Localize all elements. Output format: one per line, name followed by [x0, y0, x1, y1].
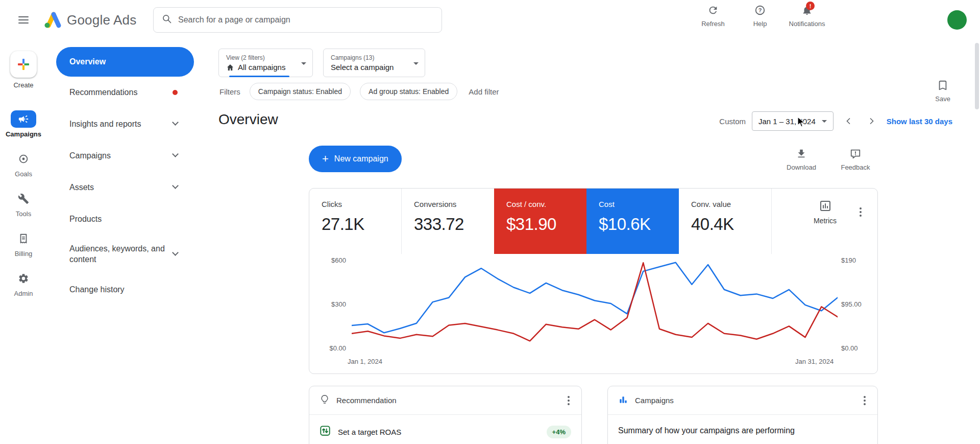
sidebar-item-label: Products [69, 214, 102, 225]
chevron-down-icon [172, 249, 179, 256]
add-filter-button[interactable]: Add filter [469, 87, 499, 96]
sidebar-item-products[interactable]: Products [56, 203, 194, 235]
left-axis-tick: $600 [309, 256, 346, 265]
dropdown-arrow-icon [822, 120, 827, 123]
create-label: Create [13, 81, 33, 89]
scorecard-label: Clicks [322, 200, 401, 208]
right-axis-tick: $95.00 [841, 300, 862, 309]
google-ads-logo-icon [43, 11, 62, 29]
campaign-select-dropdown[interactable]: Campaigns (13) Select a campaign [323, 49, 425, 77]
show-last-30-days-link[interactable]: Show last 30 days [887, 117, 952, 126]
edit-metrics-button[interactable]: Metrics [814, 200, 837, 225]
rail-label-admin: Admin [14, 290, 33, 297]
sidebar-item-insights-and-reports[interactable]: Insights and reports [56, 108, 194, 140]
logo-text: Google Ads [67, 12, 136, 28]
filter-chip-campaign-status[interactable]: Campaign status: Enabled [250, 83, 351, 100]
notifications-label: Notifications [789, 20, 825, 28]
recommendation-item[interactable]: Set a target ROAS +4% [309, 415, 581, 444]
refresh-button[interactable]: Refresh [693, 5, 733, 28]
scorecard-value: $10.6K [599, 215, 679, 234]
roas-arrows-icon [320, 425, 331, 438]
download-label: Download [787, 163, 816, 171]
metrics-side-panel: Metrics [771, 189, 877, 254]
goals-icon [11, 150, 36, 168]
scorecards-row: Clicks 27.1K Conversions 333.72 Cost / c… [309, 189, 877, 254]
refresh-icon [707, 5, 719, 18]
help-button[interactable]: ? Help [740, 5, 780, 28]
save-button[interactable]: Save [935, 80, 950, 103]
search-input[interactable] [178, 15, 433, 25]
scorecard-clicks[interactable]: Clicks 27.1K [309, 189, 402, 254]
main-content: View (2 filters) All campaigns Campaigns… [199, 40, 980, 444]
scorecard-label: Conv. value [691, 200, 771, 208]
new-campaign-label: New campaign [334, 154, 388, 163]
campaigns-card-title: Campaigns [635, 396, 854, 405]
scorecard-label: Conversions [414, 200, 494, 208]
scorecard-label: Cost [599, 200, 679, 208]
rail-label-campaigns: Campaigns [6, 130, 41, 138]
next-period-button[interactable] [863, 112, 880, 130]
left-axis-tick: $300 [309, 300, 346, 309]
save-label: Save [935, 95, 950, 103]
filters-label: Filters [219, 87, 240, 96]
sidebar-item-recommendations[interactable]: Recommendations [56, 77, 194, 108]
google-ads-logo[interactable]: Google Ads [43, 11, 136, 29]
previous-period-button[interactable] [840, 112, 857, 130]
campaigns-summary-card: Campaigns Summary of how your campaigns … [607, 386, 878, 444]
account-avatar[interactable] [947, 10, 967, 30]
rail-item-billing[interactable]: Billing [2, 230, 45, 258]
sidebar-item-overview[interactable]: Overview [56, 47, 194, 77]
chart-overflow-menu-icon[interactable] [857, 205, 864, 219]
rail-label-goals: Goals [15, 170, 32, 178]
scorecard-label: Cost / conv. [506, 200, 586, 208]
campaigns-icon [11, 110, 36, 128]
sidebar-item-audiences-keywords-content[interactable]: Audiences, keywords, and content [56, 235, 194, 274]
scorecard-conversions[interactable]: Conversions 333.72 [402, 189, 494, 254]
home-icon [226, 63, 234, 72]
scorecard-conv-value[interactable]: Conv. value 40.4K [679, 189, 771, 254]
active-underline [229, 76, 289, 77]
x-axis-start-label: Jan 1, 2024 [348, 358, 394, 365]
plus-icon: + [322, 153, 329, 165]
recommendation-overflow-menu-icon[interactable] [565, 393, 572, 408]
nav-rail: Create Campaigns Goals Tools [0, 40, 47, 444]
menu-icon[interactable] [11, 8, 36, 32]
sidebar-item-label: Overview [69, 57, 106, 66]
chevron-left-icon [843, 116, 853, 126]
sidebar-item-label: Change history [69, 285, 125, 295]
sidebar-item-change-history[interactable]: Change history [56, 274, 194, 306]
date-range-value: Jan 1 – 31, 2024 [758, 117, 816, 126]
lightbulb-icon [320, 394, 330, 407]
global-search[interactable] [153, 7, 442, 33]
sidebar-item-label: Recommendations [69, 87, 137, 98]
chevron-down-icon [172, 182, 179, 189]
rail-item-campaigns[interactable]: Campaigns [2, 110, 45, 138]
rail-item-tools[interactable]: Tools [2, 190, 45, 218]
download-button[interactable]: Download [780, 148, 823, 171]
notification-badge: ! [806, 2, 815, 10]
create-button[interactable]: Create [10, 51, 37, 89]
vertical-scrollbar[interactable] [975, 43, 979, 109]
new-campaign-button[interactable]: + New campaign [309, 146, 402, 172]
dropdown-arrow-icon [413, 62, 419, 65]
overview-chart[interactable] [352, 260, 838, 347]
date-range-picker[interactable]: Jan 1 – 31, 2024 [752, 111, 834, 131]
feedback-button[interactable]: Feedback [834, 148, 877, 171]
campaign-dropdown-value: Select a campaign [331, 63, 394, 72]
rail-item-admin[interactable]: Admin [2, 270, 45, 297]
view-filter-dropdown[interactable]: View (2 filters) All campaigns [218, 49, 313, 77]
rail-item-goals[interactable]: Goals [2, 150, 45, 178]
notifications-button[interactable]: ! Notifications [787, 5, 827, 28]
scorecard-value: 333.72 [414, 215, 494, 234]
sidebar-item-assets[interactable]: Assets [56, 172, 194, 203]
performance-chart-area: $600 $300 $0.00 $190 $95.00 $0.00 Jan 1,… [309, 254, 877, 374]
sidebar: Overview Recommendations Insights and re… [47, 40, 199, 444]
scorecard-cost[interactable]: Cost $10.6K [586, 189, 679, 254]
create-plus-icon [10, 51, 37, 78]
sidebar-item-campaigns[interactable]: Campaigns [56, 140, 194, 172]
scorecard-cost-per-conv[interactable]: Cost / conv. $31.90 [494, 189, 586, 254]
view-dropdown-label: View (2 filters) [226, 54, 305, 61]
campaigns-overflow-menu-icon[interactable] [861, 393, 868, 408]
filter-chip-ad-group-status[interactable]: Ad group status: Enabled [360, 83, 457, 100]
recommendation-card: Recommendation Set a target ROAS +4% [309, 386, 582, 444]
